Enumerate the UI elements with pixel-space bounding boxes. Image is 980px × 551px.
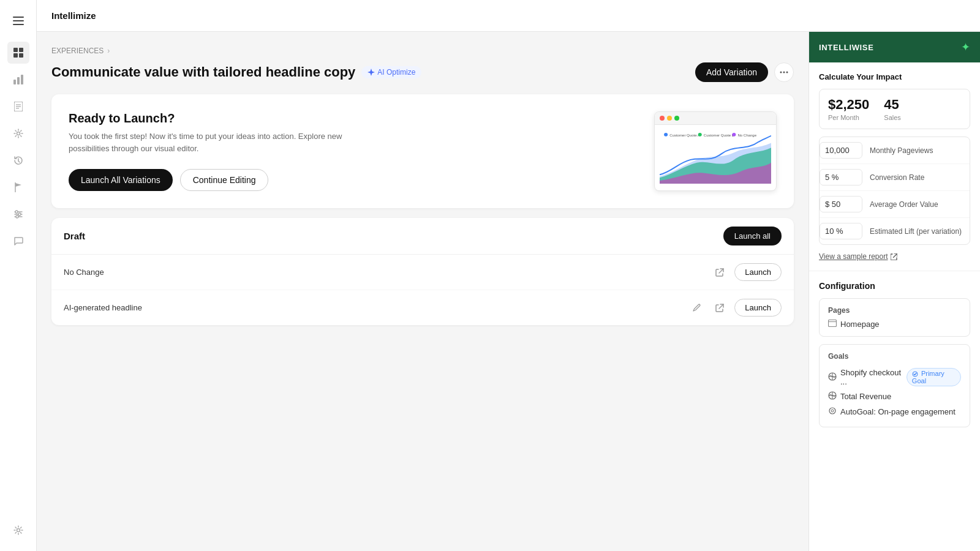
- sidebar-item-tune[interactable]: [7, 203, 29, 225]
- variation-row: AI-generated headline Launch: [51, 290, 794, 325]
- preview-dot-green: [674, 116, 679, 121]
- header-actions: Add Variation: [695, 62, 794, 82]
- metric-input-pageviews[interactable]: [820, 142, 862, 159]
- launch-card-content: Ready to Launch? You took the first step…: [69, 111, 654, 191]
- sidebar-item-flag[interactable]: [7, 176, 29, 198]
- add-variation-button[interactable]: Add Variation: [695, 62, 768, 82]
- configuration-title: Configuration: [819, 281, 970, 291]
- impact-value-1: $2,250 Per Month: [828, 97, 869, 121]
- continue-editing-button[interactable]: Continue Editing: [180, 169, 269, 191]
- ai-badge-label: AI Optimize: [377, 68, 415, 77]
- svg-text:Customer Quote A: Customer Quote A: [669, 133, 700, 137]
- metric-row-lift: Estimated Lift (per variation): [820, 218, 970, 244]
- page-icon: [828, 320, 837, 329]
- metric-row-pageviews: Monthly Pageviews: [820, 137, 970, 164]
- sidebar-item-chart[interactable]: [7, 69, 29, 91]
- external-link-icon[interactable]: [711, 264, 728, 281]
- pages-card: Pages Homepage: [819, 298, 970, 337]
- launch-ai-generated-button[interactable]: Launch: [734, 299, 782, 317]
- svg-rect-3: [13, 48, 18, 52]
- impact-card: $2,250 Per Month 45 Sales: [819, 89, 970, 129]
- topbar: Intellimize: [37, 0, 980, 32]
- draft-header: Draft Launch all: [51, 218, 794, 255]
- menu-icon[interactable]: [7, 10, 29, 32]
- sample-report-text: View a sample report: [819, 252, 888, 261]
- svg-point-28: [664, 133, 668, 137]
- primary-goal-badge: Primary Goal: [907, 368, 961, 386]
- breadcrumb: EXPERIENCES ›: [51, 47, 794, 55]
- breadcrumb-separator: ›: [107, 47, 110, 55]
- launch-no-change-button[interactable]: Launch: [734, 263, 782, 281]
- page-header: Communicate value with tailored headline…: [51, 62, 794, 82]
- homepage-item: Homepage: [828, 320, 961, 329]
- preview-topbar: [655, 112, 776, 125]
- metric-input-order-value[interactable]: [820, 196, 862, 212]
- goal-name-shopify: Shopify checkout ...: [840, 368, 903, 386]
- launch-card: Ready to Launch? You took the first step…: [51, 94, 794, 208]
- intelliwise-title: INTELLIWISE: [819, 43, 873, 52]
- sidebar-item-chat[interactable]: [7, 230, 29, 252]
- svg-point-22: [18, 213, 21, 216]
- svg-rect-0: [13, 17, 24, 18]
- svg-line-36: [893, 254, 897, 258]
- calculate-impact-section: Calculate Your Impact $2,250 Per Month 4…: [809, 62, 980, 271]
- configuration-section: Configuration Pages Homepage Goals: [809, 271, 980, 437]
- preview-dot-red: [660, 116, 665, 121]
- sidebar-item-doc[interactable]: [7, 96, 29, 118]
- sidebar-item-settings[interactable]: [7, 122, 29, 144]
- launch-title: Ready to Launch?: [69, 111, 654, 126]
- svg-point-27: [786, 72, 788, 73]
- page-title: Communicate value with tailored headline…: [51, 64, 355, 80]
- metric-row-conversion: Conversion Rate: [820, 164, 970, 191]
- breadcrumb-label[interactable]: EXPERIENCES: [51, 47, 104, 55]
- calculate-impact-title: Calculate Your Impact: [819, 72, 970, 81]
- metric-input-lift[interactable]: [820, 223, 862, 239]
- goal-icon-shopify: [828, 372, 837, 383]
- metric-input-conversion[interactable]: [820, 169, 862, 186]
- sample-report-link[interactable]: View a sample report: [819, 252, 970, 261]
- launch-all-variations-button[interactable]: Launch All Variations: [69, 169, 173, 191]
- svg-point-46: [829, 408, 835, 414]
- more-options-button[interactable]: [774, 62, 794, 82]
- svg-line-16: [18, 161, 20, 162]
- svg-rect-1: [13, 20, 24, 21]
- homepage-label: Homepage: [840, 320, 880, 329]
- sidebar-item-grid[interactable]: [7, 42, 29, 64]
- goal-name-revenue: Total Revenue: [840, 392, 891, 401]
- preview-dot-yellow: [667, 116, 672, 121]
- metric-label-lift: Estimated Lift (per variation): [870, 227, 962, 236]
- variation-name-ai-generated: AI-generated headline: [64, 303, 688, 312]
- sidebar: [0, 0, 37, 551]
- svg-rect-9: [21, 75, 23, 84]
- launch-actions: Launch All Variations Continue Editing: [69, 169, 654, 191]
- right-panel: INTELLIWISE ✦ Calculate Your Impact $2,2…: [809, 32, 980, 551]
- goal-icon-autogoal: [828, 407, 837, 417]
- edit-icon[interactable]: [688, 299, 705, 317]
- draft-title: Draft: [64, 231, 85, 241]
- ai-icon: [368, 69, 375, 76]
- svg-text:Customer Quote B: Customer Quote B: [704, 133, 734, 137]
- external-link-small-icon: [891, 253, 897, 260]
- sidebar-item-gear[interactable]: [7, 519, 29, 541]
- external-link-icon-2[interactable]: [711, 299, 728, 317]
- svg-point-14: [17, 132, 20, 135]
- ai-optimize-badge: AI Optimize: [361, 66, 421, 78]
- svg-point-23: [16, 216, 18, 218]
- variation-name-no-change: No Change: [64, 268, 711, 277]
- goals-card: Goals Shopify checkout ... Primary Goal: [819, 344, 970, 427]
- launch-all-button[interactable]: Launch all: [723, 227, 782, 246]
- svg-rect-7: [13, 80, 16, 84]
- content-area: EXPERIENCES › Communicate value with tai…: [37, 32, 980, 551]
- metric-row-order-value: Average Order Value: [820, 191, 970, 218]
- sparkle-icon: ✦: [961, 40, 970, 54]
- page-title-row: Communicate value with tailored headline…: [51, 64, 421, 80]
- svg-text:No Change: No Change: [737, 133, 756, 137]
- svg-point-30: [698, 133, 702, 137]
- intelliwise-header: INTELLIWISE ✦: [809, 32, 980, 62]
- svg-point-26: [783, 72, 785, 73]
- variation-actions: Launch: [711, 263, 782, 281]
- preview-chart: Customer Quote A Customer Quote B No Cha…: [655, 125, 776, 189]
- svg-point-32: [732, 133, 736, 137]
- metrics-box: Monthly Pageviews Conversion Rate Averag…: [819, 137, 970, 245]
- sidebar-item-history[interactable]: [7, 149, 29, 171]
